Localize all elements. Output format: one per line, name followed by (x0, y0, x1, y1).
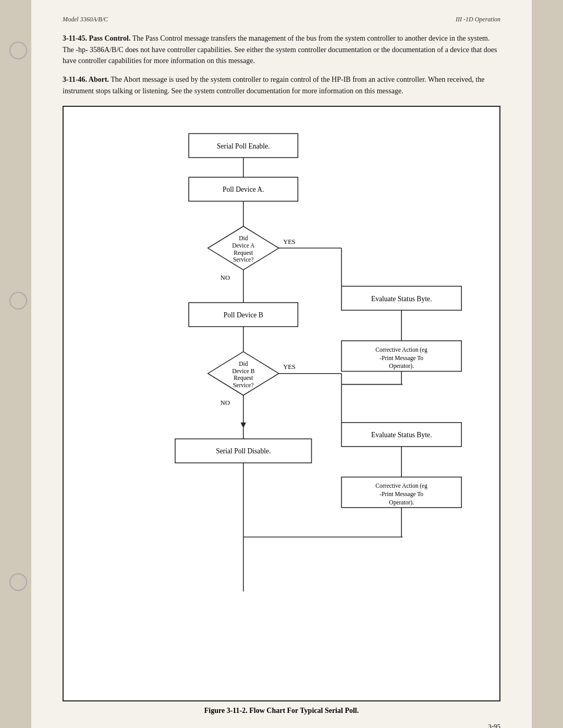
figure-caption: Figure 3-11-2. Flow Chart For Typical Se… (63, 707, 500, 715)
evaluate-status-b-label: Evaluate Status Byte. (371, 431, 432, 439)
header-left: Model 3360A/B/C (63, 16, 108, 23)
serial-poll-disable-label: Serial Poll Disable. (216, 448, 271, 455)
flowchart-svg: Serial Poll Enable. Poll Device A. Did D… (69, 117, 494, 695)
serial-poll-enable-label: Serial Poll Enable. (217, 142, 270, 150)
yes-a-label: YES (283, 238, 296, 245)
poll-device-b-label: Poll Device B (224, 311, 263, 319)
did-device-b-label-4: Service? (233, 382, 254, 388)
corrective-action-a-1: Corrective Action (eg (375, 347, 427, 353)
hole-punch-2 (9, 292, 27, 310)
yes-b-label: YES (283, 364, 296, 371)
did-device-a-label-1: Did (239, 236, 248, 242)
corrective-action-b-2: -Print Message To (380, 491, 423, 498)
did-device-a-label-3: Request (234, 250, 253, 256)
header-right: III -1D Operation (456, 16, 500, 23)
corrective-action-a-2: -Print Message To (380, 355, 423, 362)
svg-marker-24 (241, 423, 246, 428)
hole-punch-3 (9, 573, 27, 591)
no-b-label: NO (221, 400, 230, 407)
section-3-11-45: 3-11-45. Pass Control. The Pass Control … (63, 33, 500, 67)
corrective-action-b-3: Operator). (389, 499, 414, 506)
corrective-action-a-3: Operator). (389, 363, 414, 370)
corrective-action-b-1: Corrective Action (eg (375, 483, 427, 490)
section-3-11-46-body: The Abort message is used by the system … (63, 76, 484, 95)
flowchart-container: Serial Poll Enable. Poll Device A. Did D… (63, 106, 500, 701)
did-device-b-label-1: Did (239, 361, 248, 367)
did-device-a-label-4: Service? (233, 257, 254, 263)
page-header: Model 3360A/B/C III -1D Operation (63, 16, 500, 23)
did-device-b-label-2: Device B (232, 368, 254, 374)
section-3-11-46: 3-11-46. Abort. The Abort message is use… (63, 74, 500, 96)
page: Model 3360A/B/C III -1D Operation 3-11-4… (31, 0, 532, 728)
section-3-11-46-heading: 3-11-46. Abort. (63, 76, 109, 83)
hole-punch-1 (9, 42, 27, 59)
did-device-a-label-2: Device A (232, 242, 255, 249)
did-device-b-label-3: Request (234, 375, 253, 382)
evaluate-status-a-label: Evaluate Status Byte. (371, 295, 432, 303)
poll-device-a-label: Poll Device A. (223, 186, 264, 194)
page-number: 3-95 (63, 722, 500, 728)
no-a-label: NO (221, 274, 230, 281)
section-3-11-45-heading: 3-11-45. Pass Control. (63, 34, 130, 42)
